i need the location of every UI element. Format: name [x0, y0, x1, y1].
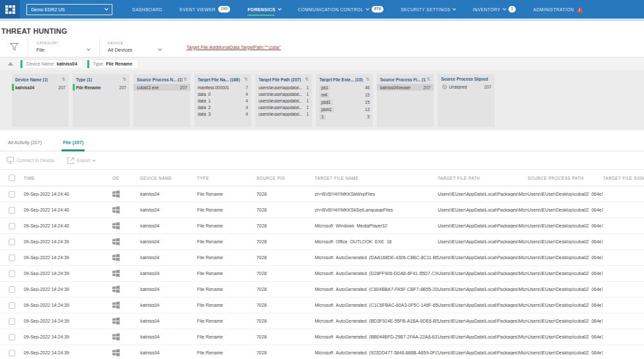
nav-item[interactable]: SECURITY SETTINGS	[401, 0, 456, 19]
facet-item[interactable]: 1 5	[316, 113, 373, 120]
row-checkbox[interactable]	[9, 286, 15, 293]
facet-item[interactable]: psm1 13	[316, 106, 373, 113]
sort-icon[interactable]: ⇅	[184, 77, 187, 82]
facet-item[interactable]: data_2 4	[194, 104, 251, 110]
facet-item-name: 1	[319, 114, 326, 120]
col-source-pid[interactable]: SOURCE PID	[257, 176, 315, 180]
cell-source-pid: 7028	[257, 223, 315, 228]
nav-item[interactable]: EVENT VIEWER 155	[179, 0, 230, 19]
sort-icon[interactable]: ⇅	[245, 77, 248, 82]
filter-chip[interactable]: Device Name: katniss04	[20, 60, 83, 68]
col-target-file-name[interactable]: TARGET FILE NAME	[315, 176, 438, 180]
facet-item[interactable]: File Rename 207	[73, 84, 130, 91]
facet-item[interactable]: katniss04 207	[12, 84, 69, 91]
nav-item[interactable]: COMMUNICATION CONTROL 879	[298, 0, 384, 19]
row-checkbox[interactable]	[9, 191, 15, 198]
export-button[interactable]: Export	[67, 157, 95, 164]
row-checkbox[interactable]	[9, 270, 15, 277]
col-time[interactable]: TIME	[24, 176, 112, 180]
facet-item[interactable]: cuba02.exe 207	[134, 84, 190, 91]
cell-os	[112, 190, 140, 198]
table-row[interactable]: 09-Sep-2022 14:24:40 katniss04 File Rena…	[0, 202, 644, 218]
collapse-facets-button[interactable]	[5, 62, 16, 65]
facet-item[interactable]: data_3 4	[194, 110, 251, 117]
table-row[interactable]: 09-Sep-2022 14:24:39 katniss04 File Rena…	[0, 266, 644, 282]
facet-item-count: 7	[243, 85, 248, 90]
cell-os	[112, 317, 140, 325]
table-row[interactable]: 09-Sep-2022 14:24:40 katniss04 File Rena…	[0, 218, 644, 234]
facet-item[interactable]: users\ieuser\appdata\... 1	[255, 110, 312, 117]
cell-time: 09-Sep-2022 14:24:39	[24, 303, 112, 307]
col-device-name[interactable]: DEVICE NAME	[140, 176, 197, 180]
table-row[interactable]: 09-Sep-2022 14:24:39 katniss04 File Rena…	[0, 345, 644, 359]
col-target-file-path[interactable]: TARGET FILE PATH	[438, 176, 528, 180]
col-os[interactable]: OS	[112, 176, 140, 180]
cell-source-process-path: Users\IEUser\Desktop\cuba02_064e7...	[528, 271, 603, 276]
category-filter[interactable]: CATEGORY File	[28, 37, 99, 57]
row-checkbox[interactable]	[9, 318, 15, 325]
row-checkbox[interactable]	[9, 302, 15, 309]
sort-icon[interactable]: ⇅	[123, 77, 126, 82]
row-checkbox[interactable]	[9, 255, 15, 261]
row-checkbox[interactable]	[9, 207, 15, 214]
nav-item[interactable]: ADMINISTRATION	[533, 0, 583, 19]
facet-item-count: 4	[243, 105, 248, 110]
table-row[interactable]: 09-Sep-2022 14:24:39 katniss04 File Rena…	[0, 298, 644, 313]
tenant-select[interactable]: Demo EDR2 US	[26, 4, 112, 15]
col-source-process-path[interactable]: SOURCE PROCESS PATH	[528, 176, 603, 180]
tab[interactable]: All Activity (207)	[7, 140, 43, 151]
facet-item-count: 46	[363, 85, 370, 90]
device-filter[interactable]: DEVICE All Devices	[99, 37, 171, 57]
select-all-checkbox[interactable]	[9, 175, 15, 181]
facet-item[interactable]: manifest-000001 7	[194, 84, 251, 91]
facet-item[interactable]: data_1 4	[194, 97, 251, 104]
facet-item[interactable]: Unsigned 207	[438, 83, 495, 90]
sort-icon[interactable]: ⇅	[366, 77, 370, 82]
cell-target-file-name: Microsoft_AutoGenerated_{BB044BFD-25B7-2…	[315, 335, 438, 339]
facet-item[interactable]: users\ieuser\appdata\... 1	[255, 97, 312, 104]
table-row[interactable]: 09-Sep-2022 14:24:39 katniss04 File Rena…	[0, 250, 644, 266]
table-row[interactable]: 09-Sep-2022 14:24:40 katniss04 File Rena…	[0, 186, 644, 202]
sort-icon[interactable]: ⇅	[62, 77, 65, 82]
chip-value: File Rename	[106, 61, 132, 66]
fortinet-logo-icon[interactable]	[0, 0, 20, 19]
facet-item[interactable]: data_0 4	[194, 91, 251, 97]
nav-item[interactable]: FORENSICS	[247, 0, 280, 19]
cell-source-process-path: Users\IEUser\Desktop\cuba02_064e7...	[528, 239, 603, 244]
filter-funnel-icon[interactable]	[0, 43, 28, 51]
sort-icon[interactable]: ⇅	[305, 77, 309, 82]
col-type[interactable]: TYPE	[197, 176, 257, 180]
row-checkbox[interactable]	[9, 239, 15, 245]
cell-source-pid: 7028	[257, 319, 315, 323]
facet-item[interactable]: users\ieuser\appdata\... 1	[255, 84, 312, 91]
cell-source-process-path: Users\IEUser\Desktop\cuba02_064e7...	[528, 192, 603, 196]
table-row[interactable]: 09-Sep-2022 14:24:39 katniss04 File Rena…	[0, 313, 644, 329]
nav-item[interactable]: INVENTORY 1	[473, 0, 516, 19]
row-checkbox[interactable]	[9, 334, 15, 340]
nav-item[interactable]: DASHBOARD	[132, 0, 162, 19]
facet-item[interactable]: users\ieuser\appdata\... 1	[255, 104, 312, 110]
facet-item[interactable]: psd1 15	[316, 99, 373, 106]
sort-icon[interactable]: ⇅	[427, 77, 430, 82]
facet-item[interactable]: users\ieuser\appdata\... 1	[255, 91, 312, 97]
filter-chip[interactable]: Type: File Rename	[87, 60, 138, 68]
connect-to-device-button[interactable]: Connect to Device	[7, 157, 54, 164]
table-row[interactable]: 09-Sep-2022 14:24:39 katniss04 File Rena…	[0, 234, 644, 250]
facet-item[interactable]: katniss04\ieuser 207	[377, 84, 434, 91]
row-checkbox[interactable]	[9, 223, 15, 229]
nav-item-label: INVENTORY	[473, 7, 501, 12]
query-link[interactable]: Target.File.AdditionalData.TargetPath:"*…	[186, 45, 281, 50]
col-target-file-signed[interactable]: TARGET FILE SIGNED	[603, 176, 644, 180]
facet-item[interactable]: m4 15	[316, 91, 373, 99]
chip-label: Type:	[93, 61, 104, 66]
tab[interactable]: File (207)	[61, 140, 85, 151]
cell-time: 09-Sep-2022 14:24:39	[24, 319, 112, 323]
facet-item[interactable]: ps1 46	[316, 84, 373, 91]
row-checkbox[interactable]	[9, 350, 15, 356]
cell-target-file-name: zn=BV6!!!4!!!MKKSkWxpFiles_	[315, 192, 438, 196]
table-row[interactable]: 09-Sep-2022 14:24:39 katniss04 File Rena…	[0, 329, 644, 345]
facet-item-name: users\ieuser\appdata\...	[259, 105, 302, 110]
cell-type: File Rename	[197, 239, 257, 244]
cell-target-file-name: Microsoft_AutoGenerated_{923DD477-5846-6…	[315, 350, 438, 355]
table-row[interactable]: 09-Sep-2022 14:24:39 katniss04 File Rena…	[0, 282, 644, 298]
